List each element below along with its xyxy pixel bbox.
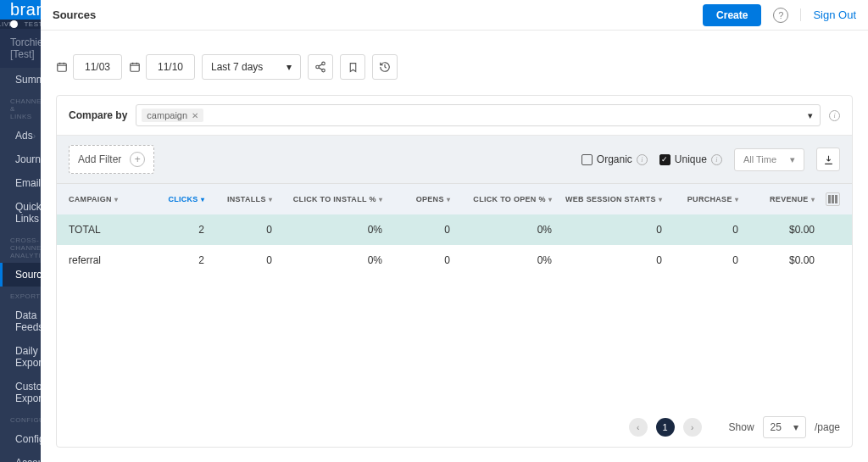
total-cti: 0%	[272, 224, 382, 236]
row-cti: 0%	[272, 254, 382, 266]
row-installs: 0	[204, 254, 272, 266]
project-selector[interactable]: Torchie [Test] ▾	[0, 29, 41, 68]
nav-section-channels: CHANNELS & LINKS	[0, 92, 41, 124]
svg-point-2	[322, 62, 326, 65]
nav-accountsettings[interactable]: Account Settings	[0, 451, 41, 462]
download-button[interactable]	[816, 148, 840, 171]
unique-checkbox[interactable]: ✓	[659, 154, 670, 165]
timeframe-label: All Time	[743, 154, 776, 164]
table-total-row: TOTAL 2 0 0% 0 0% 0 0 $0.00	[57, 214, 852, 245]
th-click-to-install[interactable]: CLICK TO INSTALL %▾	[272, 195, 382, 203]
date-range-label: Last 7 days	[211, 61, 263, 73]
brand-text: branch	[10, 0, 41, 19]
chevron-down-icon: ▾	[287, 61, 292, 73]
page-size-value: 25	[771, 421, 782, 433]
total-revenue: $0.00	[738, 224, 815, 236]
nav-dailyexports[interactable]: Daily Exports	[0, 339, 41, 375]
history-button[interactable]	[372, 54, 398, 80]
calendar-icon[interactable]	[129, 61, 141, 73]
help-icon[interactable]: ?	[773, 8, 788, 23]
row-opens: 0	[382, 254, 450, 266]
unique-label: Unique	[675, 153, 707, 165]
th-revenue[interactable]: REVENUE▾	[738, 195, 815, 203]
nav-summary[interactable]: Summary	[0, 68, 41, 92]
date-to-input[interactable]: 11/10	[146, 54, 195, 80]
date-from-input[interactable]: 11/03	[73, 54, 122, 80]
chevron-down-icon: ▾	[808, 110, 813, 121]
page-title: Sources	[53, 8, 96, 21]
date-toolbar: 11/03 11/10 Last 7 days ▾	[56, 54, 853, 80]
timeframe-select[interactable]: All Time ▾	[734, 148, 804, 171]
total-purchase: 0	[662, 224, 738, 236]
date-range-select[interactable]: Last 7 days ▾	[202, 54, 301, 80]
th-web-session-starts[interactable]: WEB SESSION STARTS▾	[552, 195, 662, 203]
next-page-button[interactable]: ›	[683, 418, 702, 437]
svg-point-3	[316, 65, 320, 69]
create-button[interactable]: Create	[703, 4, 761, 26]
total-installs: 0	[204, 224, 272, 236]
nav-sources[interactable]: Sources	[0, 263, 41, 287]
th-opens[interactable]: OPENS▾	[382, 195, 450, 203]
info-icon[interactable]: i	[637, 154, 648, 165]
compare-chip: campaign ✕	[142, 109, 203, 122]
row-cto: 0%	[450, 254, 552, 266]
add-filter-button[interactable]: Add Filter +	[69, 145, 154, 174]
row-purchase: 0	[662, 254, 738, 266]
show-label: Show	[729, 421, 754, 433]
page-size-select[interactable]: 25 ▾	[763, 416, 806, 438]
organic-label: Organic	[597, 153, 632, 165]
table-header: CAMPAIGN▾ CLICKS▾ INSTALLS▾ CLICK TO INS…	[57, 184, 852, 214]
columns-button[interactable]	[826, 192, 840, 206]
chevron-down-icon: ▾	[790, 154, 795, 165]
chevron-right-icon: ›	[33, 131, 36, 141]
compare-input[interactable]: campaign ✕ ▾	[136, 104, 821, 126]
chip-remove-icon[interactable]: ✕	[192, 111, 198, 120]
topbar: Sources Create ? Sign Out	[41, 0, 868, 31]
nav-section-cross: CROSS-CHANNEL ANALYTICS	[0, 231, 41, 263]
nav-journeys[interactable]: Journeys	[0, 148, 41, 171]
compare-label: Compare by	[69, 109, 127, 121]
nav-configuration[interactable]: Configuration	[0, 427, 41, 451]
th-campaign[interactable]: CAMPAIGN▾	[69, 195, 145, 203]
nav-email[interactable]: Email	[0, 171, 41, 195]
logo-bar: branch✲	[0, 0, 41, 19]
organic-checkbox-group: Organic i	[581, 153, 648, 165]
chevron-down-icon: ▾	[793, 421, 798, 433]
th-installs[interactable]: INSTALLS▾	[204, 195, 272, 203]
data-table: CAMPAIGN▾ CLICKS▾ INSTALLS▾ CLICK TO INS…	[57, 184, 852, 276]
nav-quicklinks[interactable]: Quick Links	[0, 195, 41, 231]
data-panel: Compare by campaign ✕ ▾ i Add Filter +	[56, 95, 853, 448]
svg-rect-1	[131, 64, 140, 71]
compare-row: Compare by campaign ✕ ▾ i	[57, 96, 852, 136]
plus-icon: +	[130, 152, 145, 167]
total-cto: 0%	[450, 224, 552, 236]
th-click-to-open[interactable]: CLICK TO OPEN %▾	[450, 195, 552, 203]
share-button[interactable]	[308, 54, 333, 80]
main: Sources Create ? Sign Out 11/03	[41, 0, 868, 462]
page-number[interactable]: 1	[656, 418, 675, 437]
calendar-icon[interactable]	[56, 61, 68, 73]
organic-checkbox[interactable]	[581, 154, 593, 165]
row-wss: 0	[552, 254, 662, 266]
th-purchase[interactable]: PURCHASE▾	[662, 195, 738, 203]
prev-page-button[interactable]: ‹	[629, 418, 648, 437]
nav-datafeeds[interactable]: Data Feeds	[0, 303, 41, 339]
row-clicks: 2	[145, 254, 204, 266]
nav-ads[interactable]: Ads›	[0, 124, 41, 148]
info-icon[interactable]: i	[829, 110, 840, 121]
nav-section-configure: CONFIGURE	[0, 410, 41, 427]
total-opens: 0	[382, 224, 450, 236]
row-campaign: referral	[69, 254, 145, 266]
info-icon[interactable]: i	[711, 154, 722, 165]
table-row[interactable]: referral 2 0 0% 0 0% 0 0 $0.00	[57, 245, 852, 276]
nav-customexports[interactable]: Custom Exports	[0, 375, 41, 410]
content: 11/03 11/10 Last 7 days ▾	[41, 31, 868, 462]
signout-link[interactable]: Sign Out	[800, 8, 856, 21]
per-page-label: /page	[815, 421, 840, 433]
sort-icon: ▾	[114, 196, 118, 203]
total-clicks: 2	[145, 224, 204, 236]
env-test-label: TEST	[24, 20, 41, 28]
bookmark-button[interactable]	[340, 54, 365, 80]
brand-logo[interactable]: branch✲	[10, 0, 41, 19]
th-clicks[interactable]: CLICKS▾	[145, 195, 204, 203]
